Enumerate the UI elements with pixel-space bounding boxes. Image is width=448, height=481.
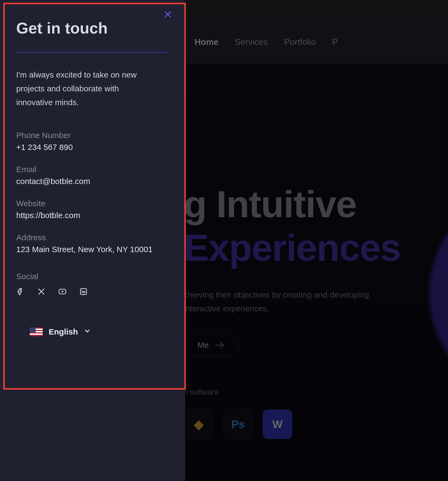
contact-offcanvas: Get in touch I'm always excited to take …	[0, 0, 185, 481]
social-linkedin[interactable]	[79, 288, 88, 298]
address-label: Address	[16, 233, 169, 242]
website-value[interactable]: https://botble.com	[16, 211, 169, 220]
social-youtube[interactable]	[58, 288, 66, 298]
social-facebook[interactable]	[16, 288, 24, 298]
address-value: 123 Main Street, New York, NY 10001	[16, 245, 169, 254]
youtube-icon	[58, 288, 66, 298]
info-address: Address 123 Main Street, New York, NY 10…	[16, 233, 169, 254]
close-button[interactable]	[161, 8, 174, 21]
svg-point-7	[82, 290, 83, 290]
x-icon	[37, 288, 45, 298]
svg-marker-4	[62, 290, 64, 293]
offcanvas-intro: I'm always excited to take on new projec…	[16, 68, 157, 109]
language-switcher[interactable]: English	[30, 327, 169, 336]
linkedin-icon	[79, 288, 88, 298]
phone-value[interactable]: +1 234 567 890	[16, 143, 169, 152]
close-icon	[164, 11, 172, 19]
title-underline	[16, 52, 168, 53]
svg-rect-6	[82, 291, 83, 293]
social-x[interactable]	[37, 288, 45, 298]
website-label: Website	[16, 199, 169, 208]
info-email: Email contact@botble.com	[16, 165, 169, 186]
email-label: Email	[16, 165, 169, 174]
info-website: Website https://botble.com	[16, 199, 169, 220]
info-phone: Phone Number +1 234 567 890	[16, 131, 169, 152]
offcanvas-title: Get in touch	[16, 19, 169, 37]
flag-us-icon	[30, 328, 43, 336]
chevron-down-icon	[84, 327, 91, 336]
social-row	[16, 288, 169, 298]
social-label: Social	[16, 272, 169, 281]
email-value[interactable]: contact@botble.com	[16, 177, 169, 186]
facebook-icon	[16, 288, 24, 298]
language-name: English	[49, 327, 78, 336]
phone-label: Phone Number	[16, 131, 169, 140]
